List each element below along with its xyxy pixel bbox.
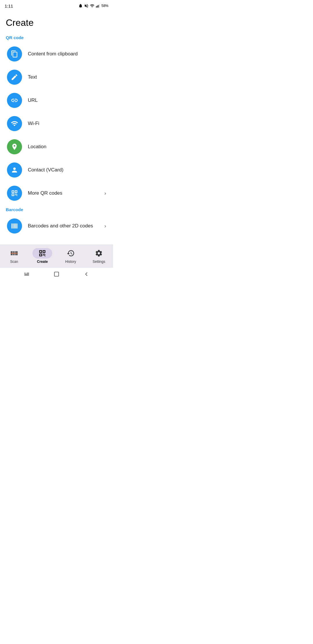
settings-icon	[95, 249, 103, 257]
barcodes-chevron: ›	[104, 223, 106, 229]
qr-code-label: QR code	[6, 35, 107, 40]
clipboard-label: Content from clipboard	[28, 51, 106, 57]
status-icons: 58%	[78, 3, 108, 8]
nav-scan-icon-wrap	[6, 248, 23, 258]
barcode-icon	[11, 222, 18, 230]
clipboard-icon	[11, 50, 18, 58]
location-icon-circle	[7, 139, 22, 154]
url-label: URL	[28, 97, 106, 103]
svg-rect-5	[12, 223, 12, 228]
svg-rect-27	[24, 274, 29, 274]
text-item[interactable]: Text	[6, 66, 107, 89]
more-qr-icon-circle	[7, 186, 22, 201]
svg-rect-24	[24, 273, 25, 273]
barcode-label: Barcode	[6, 207, 107, 212]
nav-scan[interactable]: Scan	[0, 245, 28, 267]
contact-item[interactable]: Contact (VCard)	[6, 158, 107, 182]
url-item[interactable]: URL	[6, 89, 107, 112]
qr-code-list: Content from clipboard Text URL	[6, 42, 107, 205]
svg-rect-8	[14, 223, 15, 228]
create-icon	[38, 249, 46, 257]
barcode-list: Barcodes and other 2D codes ›	[6, 214, 107, 238]
svg-rect-28	[24, 275, 29, 276]
bottom-nav: Scan Create History Settings	[0, 245, 113, 268]
clipboard-icon-circle	[7, 46, 22, 61]
svg-rect-3	[99, 4, 99, 8]
link-icon	[11, 97, 18, 104]
status-bar: 1:11 58%	[0, 0, 113, 10]
alarm-icon	[78, 3, 83, 8]
nav-create-label: Create	[37, 260, 48, 264]
svg-rect-29	[54, 272, 59, 276]
nav-history-label: History	[65, 260, 76, 264]
nav-settings-icon-wrap	[90, 248, 108, 258]
more-qr-chevron: ›	[104, 190, 106, 196]
nav-create-icon-wrap	[32, 248, 52, 258]
wifi-icon-circle	[7, 116, 22, 131]
barcodes-item[interactable]: Barcodes and other 2D codes ›	[6, 214, 107, 238]
home-icon	[53, 271, 60, 277]
contact-icon	[11, 166, 18, 174]
status-time: 1:11	[5, 3, 13, 8]
android-menu-btn[interactable]	[23, 271, 30, 277]
qr-code-section: QR code Content from clipboard Text	[6, 35, 107, 205]
location-icon	[11, 143, 18, 151]
menu-icon	[23, 271, 30, 277]
more-qr-label: More QR codes	[28, 190, 102, 196]
clipboard-item[interactable]: Content from clipboard	[6, 42, 107, 66]
svg-rect-26	[27, 273, 29, 273]
text-icon-circle	[7, 70, 22, 85]
svg-rect-1	[97, 6, 98, 8]
svg-rect-2	[98, 5, 99, 8]
history-icon	[67, 249, 75, 257]
pencil-icon	[11, 73, 18, 81]
svg-rect-0	[96, 6, 97, 8]
android-home-btn[interactable]	[53, 271, 60, 277]
svg-rect-9	[16, 223, 16, 228]
main-content: Create QR code Content from clipboard Te…	[0, 10, 113, 245]
barcode-icon-circle	[7, 218, 22, 234]
nav-history-icon-wrap	[62, 248, 79, 258]
wifi-icon	[11, 120, 18, 127]
wifi-item[interactable]: Wi-Fi	[6, 112, 107, 135]
location-label: Location	[28, 144, 106, 150]
signal-icon	[96, 3, 100, 8]
location-item[interactable]: Location	[6, 135, 107, 158]
barcodes-label: Barcodes and other 2D codes	[28, 223, 102, 229]
wifi-label: Wi-Fi	[28, 121, 106, 126]
qr-icon	[11, 189, 18, 197]
url-icon-circle	[7, 93, 22, 108]
svg-rect-11	[17, 223, 18, 228]
svg-rect-25	[26, 273, 26, 273]
nav-history[interactable]: History	[57, 245, 85, 267]
battery-status: 58%	[101, 4, 108, 8]
wifi-status-icon	[90, 3, 94, 8]
mute-icon	[84, 3, 89, 8]
back-icon	[83, 271, 90, 277]
svg-rect-7	[14, 223, 14, 228]
nav-settings[interactable]: Settings	[85, 245, 113, 267]
page-title: Create	[6, 17, 107, 28]
svg-rect-4	[11, 223, 12, 228]
more-qr-item[interactable]: More QR codes ›	[6, 182, 107, 205]
text-label: Text	[28, 74, 106, 80]
nav-create[interactable]: Create	[28, 245, 57, 267]
contact-icon-circle	[7, 162, 22, 178]
scan-icon	[10, 249, 18, 257]
nav-scan-label: Scan	[10, 260, 18, 264]
nav-settings-label: Settings	[93, 260, 105, 264]
barcode-section: Barcode Barcodes and other 2D	[6, 207, 107, 238]
svg-rect-10	[17, 223, 17, 228]
android-nav	[0, 268, 113, 281]
contact-label: Contact (VCard)	[28, 167, 106, 173]
android-back-btn[interactable]	[83, 271, 90, 277]
svg-rect-6	[13, 223, 14, 228]
